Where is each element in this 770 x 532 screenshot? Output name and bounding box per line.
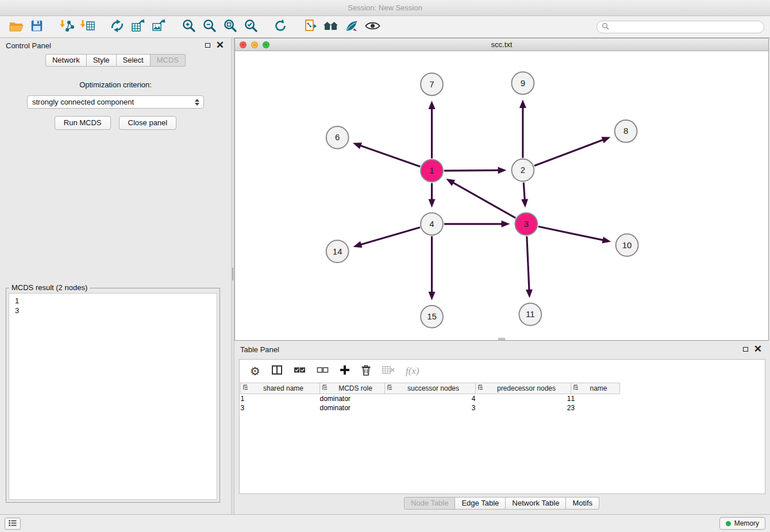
close-panel-icon[interactable]: ✕ xyxy=(216,41,224,49)
add-column-button[interactable] xyxy=(340,365,350,377)
node-9[interactable]: 9 xyxy=(511,72,534,94)
tab-network-table[interactable]: Network Table xyxy=(506,497,566,510)
edge-1-2[interactable] xyxy=(444,170,499,171)
network-graph[interactable]: 7968124314101511 xyxy=(235,51,768,340)
cell-shared-name[interactable]: 1 xyxy=(241,394,320,403)
export-table-button[interactable] xyxy=(128,18,148,36)
show-graphics-details-button[interactable] xyxy=(362,18,383,36)
splitter-grip[interactable] xyxy=(232,268,233,280)
node-4[interactable]: 4 xyxy=(421,213,443,235)
table-settings-button[interactable]: ⚙ xyxy=(250,365,260,377)
close-window-button[interactable]: × xyxy=(240,41,247,48)
node-label: 4 xyxy=(429,219,434,229)
node-11[interactable]: 11 xyxy=(519,303,541,326)
zoom-selected-button[interactable] xyxy=(240,18,261,36)
column-header-name[interactable]: name xyxy=(571,383,620,394)
node-15[interactable]: 15 xyxy=(421,306,443,328)
cell-predecessor-nodes[interactable]: 1 xyxy=(476,394,571,403)
style-brush-button[interactable] xyxy=(341,18,362,36)
run-mcds-button[interactable]: Run MCDS xyxy=(55,116,111,130)
export-image-button[interactable] xyxy=(148,18,169,36)
result-line: 1 xyxy=(15,296,211,306)
column-header-mcds-role[interactable]: MCDS role xyxy=(320,383,385,394)
zoom-in-button[interactable] xyxy=(178,18,199,36)
minimize-window-button[interactable]: – xyxy=(251,41,258,48)
control-panel-tabs: Network Style Select MCDS xyxy=(0,54,231,67)
node-2[interactable]: 2 xyxy=(511,159,534,182)
edge-arrowhead xyxy=(429,199,436,207)
edge-1-6[interactable] xyxy=(360,145,420,167)
delete-column-button[interactable] xyxy=(361,364,371,378)
panel-menu-button[interactable] xyxy=(5,518,21,530)
tab-select[interactable]: Select xyxy=(117,54,151,67)
tab-mcds[interactable]: MCDS xyxy=(151,54,186,67)
node-3[interactable]: 3 xyxy=(515,213,537,235)
import-network-button[interactable] xyxy=(56,18,77,36)
eye-icon xyxy=(365,20,380,34)
cell-mcds-role[interactable]: dominator xyxy=(320,403,385,413)
node-10[interactable]: 10 xyxy=(616,234,638,256)
column-header-successor-nodes[interactable]: successor nodes xyxy=(385,383,476,394)
cell-successor-nodes[interactable]: 3 xyxy=(385,403,476,413)
column-header-predecessor-nodes[interactable]: predecessor nodes xyxy=(476,383,571,394)
zoom-selected-icon xyxy=(244,18,258,35)
toolbar-search[interactable] xyxy=(596,21,764,33)
column-header-shared-name[interactable]: shared name xyxy=(241,383,320,394)
open-session-button[interactable] xyxy=(6,18,26,36)
node-1[interactable]: 1 xyxy=(421,160,443,182)
cell-predecessor-nodes[interactable]: 2 xyxy=(476,403,571,413)
sort-icon xyxy=(242,384,249,392)
node-8[interactable]: 8 xyxy=(615,120,637,142)
optimization-criterion-select[interactable]: strongly connected component xyxy=(27,95,204,109)
edge-3-1[interactable] xyxy=(452,182,515,218)
function-builder-button[interactable]: f(x) xyxy=(406,365,419,377)
edge-3-11[interactable] xyxy=(527,236,529,291)
delete-table-button[interactable] xyxy=(382,365,395,377)
import-table-button[interactable] xyxy=(77,18,98,36)
network-canvas[interactable]: 7968124314101511 xyxy=(235,51,768,340)
select-all-button[interactable] xyxy=(294,365,306,377)
edge-3-10[interactable] xyxy=(538,226,604,240)
cell-mcds-role[interactable]: dominator xyxy=(320,394,385,403)
zoom-fit-button[interactable] xyxy=(220,18,240,36)
tab-network[interactable]: Network xyxy=(45,54,87,67)
table-row[interactable]: 1 dominator 4 1 1 xyxy=(241,394,620,403)
tab-motifs[interactable]: Motifs xyxy=(566,497,599,510)
close-table-panel-icon[interactable]: ✕ xyxy=(754,345,762,353)
edge-4-14[interactable] xyxy=(360,228,420,245)
search-input[interactable] xyxy=(612,23,759,31)
node-6[interactable]: 6 xyxy=(326,126,349,149)
edge-2-3[interactable] xyxy=(523,183,525,201)
memory-button[interactable]: Memory xyxy=(719,517,765,530)
close-panel-button[interactable]: Close panel xyxy=(119,116,177,130)
float-panel-icon[interactable] xyxy=(205,43,210,48)
node-7[interactable]: 7 xyxy=(421,73,443,95)
node-label: 10 xyxy=(622,240,632,250)
mcds-result-list[interactable]: 1 3 xyxy=(9,293,217,500)
tab-style[interactable]: Style xyxy=(87,54,117,67)
deselect-all-button[interactable] xyxy=(317,365,329,377)
home-networks-button[interactable] xyxy=(321,18,341,36)
window-resize-handle[interactable] xyxy=(498,338,505,340)
cell-name[interactable]: 3 xyxy=(571,403,620,413)
node-14[interactable]: 14 xyxy=(326,240,349,263)
duplicate-network-button[interactable] xyxy=(300,18,321,36)
tab-edge-table[interactable]: Edge Table xyxy=(455,497,506,510)
cell-name[interactable]: 1 xyxy=(571,394,620,403)
tab-node-table[interactable]: Node Table xyxy=(404,497,456,510)
save-session-button[interactable] xyxy=(26,18,47,36)
show-columns-button[interactable] xyxy=(271,365,283,377)
table-row[interactable]: 3 dominator 3 2 3 xyxy=(241,403,620,413)
table-header-row: shared name MCDS role successor nodes pr… xyxy=(241,383,620,394)
cell-successor-nodes[interactable]: 4 xyxy=(385,394,476,403)
list-icon xyxy=(9,518,17,529)
edge-2-8[interactable] xyxy=(534,140,604,166)
float-table-panel-icon[interactable] xyxy=(743,347,748,352)
edge-arrowhead xyxy=(521,199,528,207)
network-window-titlebar[interactable]: × – + scc.txt xyxy=(235,38,768,51)
zoom-out-button[interactable] xyxy=(199,18,220,36)
cell-shared-name[interactable]: 3 xyxy=(241,403,320,413)
refresh-layout-button[interactable] xyxy=(270,18,291,36)
maximize-window-button[interactable]: + xyxy=(263,41,270,48)
export-network-button[interactable] xyxy=(107,18,128,36)
